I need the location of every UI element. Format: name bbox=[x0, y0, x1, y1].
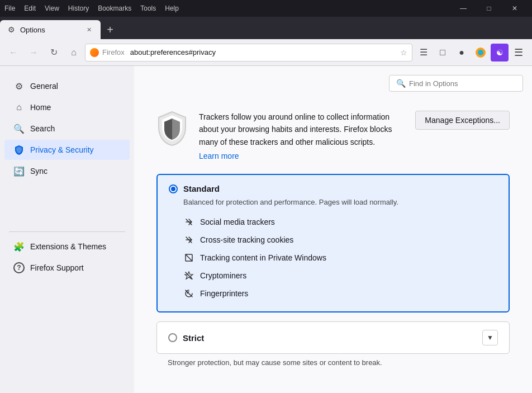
main-layout: ⚙ General ⌂ Home 🔍 Search Privacy & Secu… bbox=[0, 66, 532, 393]
standard-option-list: Social media trackers Cross-site trackin… bbox=[183, 213, 497, 302]
sidebar-item-privacy[interactable]: Privacy & Security bbox=[4, 140, 130, 160]
minimize-button[interactable]: — bbox=[450, 0, 476, 17]
tab-close-button[interactable]: ✕ bbox=[84, 25, 94, 35]
new-tab-button[interactable]: + bbox=[101, 20, 120, 39]
menu-history[interactable]: History bbox=[68, 4, 89, 12]
general-icon: ⚙ bbox=[13, 81, 25, 92]
support-icon: ? bbox=[13, 262, 25, 273]
find-icon: 🔍 bbox=[396, 79, 406, 88]
menu-bar: File Edit View History Bookmarks Tools H… bbox=[4, 4, 179, 12]
title-bar: File Edit View History Bookmarks Tools H… bbox=[0, 0, 532, 17]
sidebar-extensions-label: Extensions & Themes bbox=[30, 242, 106, 251]
strict-option-title: Strict bbox=[183, 333, 477, 343]
fingerprinters-label: Fingerprinters bbox=[200, 289, 248, 298]
sync-icon: 🔄 bbox=[13, 165, 25, 177]
sidebar-item-home[interactable]: ⌂ Home bbox=[4, 97, 130, 117]
options-tab[interactable]: ⚙ Options ✕ bbox=[0, 20, 101, 39]
url-input[interactable] bbox=[130, 48, 397, 56]
fingerprinters-icon bbox=[183, 288, 194, 299]
synced-tabs-button[interactable]: □ bbox=[434, 44, 452, 61]
strict-partial-description: Stronger protection, but may cause some … bbox=[156, 354, 510, 369]
strict-expand-button[interactable]: ▼ bbox=[482, 330, 498, 345]
back-button[interactable]: ← bbox=[4, 44, 22, 61]
cryptominers-label: Cryptominers bbox=[200, 271, 246, 280]
nav-bar: ← → ↻ ⌂ Firefox ☆ ☰ □ ● ☯ ☰ bbox=[0, 39, 532, 66]
sidebar-support-label: Firefox Support bbox=[30, 263, 84, 272]
sidebar-item-general[interactable]: ⚙ General bbox=[4, 76, 130, 96]
crosssite-cookies-label: Cross-site tracking cookies bbox=[200, 235, 293, 244]
standard-radio-button[interactable] bbox=[169, 184, 178, 193]
url-bar[interactable]: Firefox ☆ bbox=[85, 44, 412, 61]
standard-option-title: Standard bbox=[183, 184, 220, 193]
menu-view[interactable]: View bbox=[45, 4, 59, 12]
crosssite-cookies-icon bbox=[183, 234, 194, 245]
private-windows-icon bbox=[183, 252, 194, 263]
strict-option-box[interactable]: Strict ▼ bbox=[156, 321, 510, 354]
sidebar: ⚙ General ⌂ Home 🔍 Search Privacy & Secu… bbox=[0, 66, 134, 393]
options-tab-label: Options bbox=[20, 26, 79, 34]
list-item: Cross-site tracking cookies bbox=[183, 231, 497, 249]
private-windows-label: Tracking content in Private Windows bbox=[200, 253, 326, 262]
cryptominers-icon bbox=[183, 270, 194, 281]
list-item: Tracking content in Private Windows bbox=[183, 249, 497, 267]
social-trackers-label: Social media trackers bbox=[200, 217, 275, 226]
manage-exceptions-button[interactable]: Manage Exceptions... bbox=[415, 111, 510, 130]
bookmark-star-icon[interactable]: ☆ bbox=[400, 48, 407, 57]
menu-edit[interactable]: Edit bbox=[24, 4, 36, 12]
close-button[interactable]: ✕ bbox=[502, 0, 528, 17]
browser-label: Firefox bbox=[102, 48, 125, 56]
maximize-button[interactable]: □ bbox=[476, 0, 502, 17]
search-nav-icon: 🔍 bbox=[13, 123, 25, 134]
learn-more-link[interactable]: Learn more bbox=[199, 151, 239, 160]
find-in-options-input[interactable] bbox=[409, 79, 516, 88]
menu-bookmarks[interactable]: Bookmarks bbox=[98, 4, 131, 12]
shield-logo-icon bbox=[156, 111, 188, 146]
sidebar-item-extensions[interactable]: 🧩 Extensions & Themes bbox=[4, 236, 130, 257]
tracker-header: Trackers follow you around online to col… bbox=[156, 111, 510, 160]
standard-option-header: Standard bbox=[169, 184, 497, 193]
sidebar-item-search[interactable]: 🔍 Search bbox=[4, 119, 130, 139]
menu-tools[interactable]: Tools bbox=[140, 4, 156, 12]
tab-bar: ⚙ Options ✕ + bbox=[0, 17, 532, 39]
sidebar-sync-label: Sync bbox=[30, 167, 48, 176]
find-in-options-bar[interactable]: 🔍 bbox=[389, 75, 523, 92]
extensions-button[interactable]: ☯ bbox=[491, 44, 509, 61]
home-icon: ⌂ bbox=[13, 102, 25, 113]
svg-point-1 bbox=[478, 50, 483, 55]
bookmarks-button[interactable]: ☰ bbox=[415, 44, 433, 61]
sidebar-item-sync[interactable]: 🔄 Sync bbox=[4, 161, 130, 181]
account-button[interactable]: ● bbox=[453, 44, 471, 61]
firefox-account-icon[interactable] bbox=[472, 44, 490, 61]
forward-button[interactable]: → bbox=[25, 44, 42, 61]
home-button[interactable]: ⌂ bbox=[65, 44, 83, 61]
list-item: Social media trackers bbox=[183, 213, 497, 231]
options-tab-icon: ⚙ bbox=[7, 25, 16, 34]
tracker-description-block: Trackers follow you around online to col… bbox=[199, 111, 404, 160]
list-item: Fingerprinters bbox=[183, 285, 497, 302]
sidebar-divider bbox=[9, 231, 125, 232]
sidebar-general-label: General bbox=[30, 82, 58, 91]
social-trackers-icon bbox=[183, 216, 194, 228]
list-item: Cryptominers bbox=[183, 267, 497, 285]
hamburger-menu-button[interactable]: ☰ bbox=[510, 44, 528, 61]
menu-file[interactable]: File bbox=[4, 4, 15, 12]
standard-option-description: Balanced for protection and performance.… bbox=[183, 198, 497, 206]
nav-right-buttons: ☰ □ ● ☯ ☰ bbox=[415, 44, 528, 61]
extensions-nav-icon: 🧩 bbox=[13, 241, 25, 252]
sidebar-privacy-label: Privacy & Security bbox=[30, 145, 94, 154]
standard-option-box[interactable]: Standard Balanced for protection and per… bbox=[156, 174, 510, 312]
menu-help[interactable]: Help bbox=[165, 4, 179, 12]
sidebar-home-label: Home bbox=[30, 103, 51, 112]
reload-button[interactable]: ↻ bbox=[45, 44, 63, 61]
content-area: 🔍 Trackers follow you around online to c… bbox=[134, 66, 532, 393]
privacy-icon bbox=[13, 144, 25, 155]
tracker-description-text: Trackers follow you around online to col… bbox=[199, 111, 404, 148]
svg-line-5 bbox=[186, 254, 192, 261]
window-controls: — □ ✕ bbox=[450, 0, 528, 17]
sidebar-search-label: Search bbox=[30, 124, 55, 133]
firefox-logo-icon bbox=[90, 48, 99, 57]
strict-radio-button[interactable] bbox=[168, 333, 177, 342]
sidebar-item-support[interactable]: ? Firefox Support bbox=[4, 258, 130, 278]
